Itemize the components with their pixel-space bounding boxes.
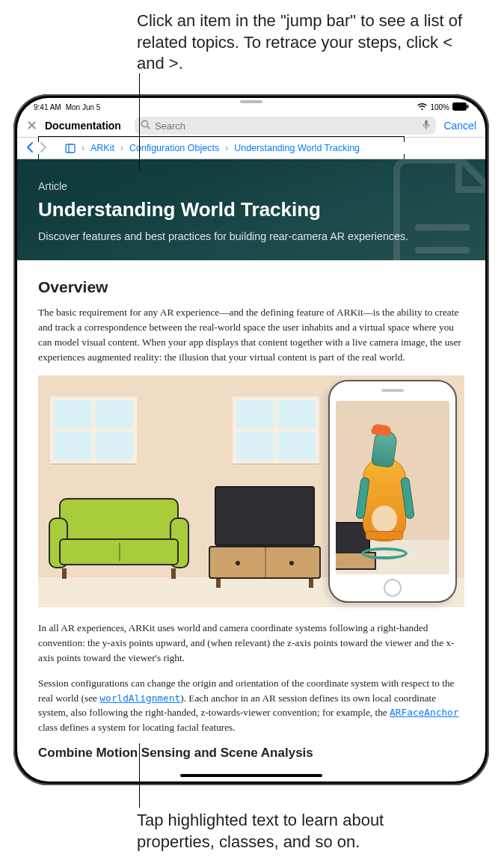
illustration-ar-room bbox=[38, 375, 464, 607]
search-icon bbox=[141, 120, 150, 132]
svg-rect-1 bbox=[467, 105, 469, 108]
svg-rect-0 bbox=[453, 102, 467, 110]
window-icon bbox=[50, 396, 137, 464]
battery-icon bbox=[452, 102, 469, 112]
library-icon[interactable] bbox=[65, 144, 76, 153]
tv-icon bbox=[215, 486, 315, 546]
multitask-pill[interactable] bbox=[240, 100, 262, 103]
status-bar: 9:41 AM Mon Jun 5 100% bbox=[17, 98, 485, 114]
article-body: Overview The basic requirement for any A… bbox=[17, 260, 485, 779]
toolbar-title: Documentation bbox=[45, 120, 121, 132]
svg-point-2 bbox=[141, 120, 147, 126]
content-scroll[interactable]: Article Understanding World Tracking Dis… bbox=[17, 159, 485, 781]
chevron-right-icon: › bbox=[120, 143, 123, 153]
article-hero: Article Understanding World Tracking Dis… bbox=[17, 159, 485, 260]
search-input[interactable] bbox=[155, 120, 419, 132]
status-date: Mon Jun 5 bbox=[66, 103, 101, 111]
p3-text-c: class defines a system for locating faci… bbox=[38, 722, 236, 733]
overview-paragraph-2: In all AR experiences, ARKit uses world … bbox=[38, 621, 464, 666]
jumpbar-item-page[interactable]: Understanding World Tracking bbox=[234, 143, 360, 153]
chevron-right-icon: › bbox=[82, 143, 84, 153]
wifi-icon bbox=[417, 103, 427, 111]
mic-icon[interactable] bbox=[422, 120, 430, 132]
chevron-right-icon: › bbox=[225, 143, 228, 153]
leader-line-top bbox=[139, 73, 140, 169]
tv-stand-icon bbox=[209, 546, 321, 579]
callout-top: Click an item in the "jump bar" to see a… bbox=[137, 10, 466, 75]
close-icon[interactable]: ✕ bbox=[26, 117, 37, 134]
overview-paragraph-1: The basic requirement for any AR experie… bbox=[38, 305, 464, 365]
ipad-frame: 9:41 AM Mon Jun 5 100% ✕ Documentation bbox=[13, 94, 489, 785]
document-bg-icon bbox=[381, 159, 485, 260]
overview-heading: Overview bbox=[38, 278, 464, 296]
svg-rect-4 bbox=[425, 120, 428, 126]
leader-line-bottom bbox=[139, 743, 140, 808]
toolbar: ✕ Documentation Cancel bbox=[17, 114, 485, 137]
section-heading-combine: Combine Motion Sensing and Scene Analysi… bbox=[38, 746, 464, 761]
jumpbar-item-arkit[interactable]: ARKit bbox=[90, 143, 114, 153]
callout-bracket-top bbox=[38, 136, 405, 142]
phone-mockup-icon bbox=[328, 380, 457, 603]
status-time: 9:41 AM bbox=[34, 103, 61, 111]
callout-bottom: Tap highlighted text to learn about prop… bbox=[137, 810, 466, 853]
overview-paragraph-3: Session configurations can change the or… bbox=[38, 676, 464, 736]
jump-bar: › ARKit › Configuration Objects › Unders… bbox=[17, 137, 485, 159]
home-indicator[interactable] bbox=[180, 774, 322, 777]
cancel-button[interactable]: Cancel bbox=[443, 120, 476, 132]
ipad-screen: 9:41 AM Mon Jun 5 100% ✕ Documentation bbox=[17, 98, 485, 781]
search-field[interactable] bbox=[135, 117, 437, 135]
link-arfaceanchor[interactable]: ARFaceAnchor bbox=[390, 707, 458, 718]
nav-forward-icon[interactable] bbox=[40, 142, 47, 155]
ar-character-icon bbox=[355, 435, 414, 562]
svg-rect-6 bbox=[66, 144, 75, 153]
svg-line-3 bbox=[147, 126, 150, 129]
window-icon bbox=[233, 396, 319, 464]
link-worldalignment[interactable]: worldAlignment bbox=[99, 693, 180, 704]
battery-pct: 100% bbox=[430, 103, 449, 111]
nav-back-icon[interactable] bbox=[26, 142, 34, 155]
couch-icon bbox=[49, 498, 189, 579]
jumpbar-item-config[interactable]: Configuration Objects bbox=[129, 143, 219, 153]
